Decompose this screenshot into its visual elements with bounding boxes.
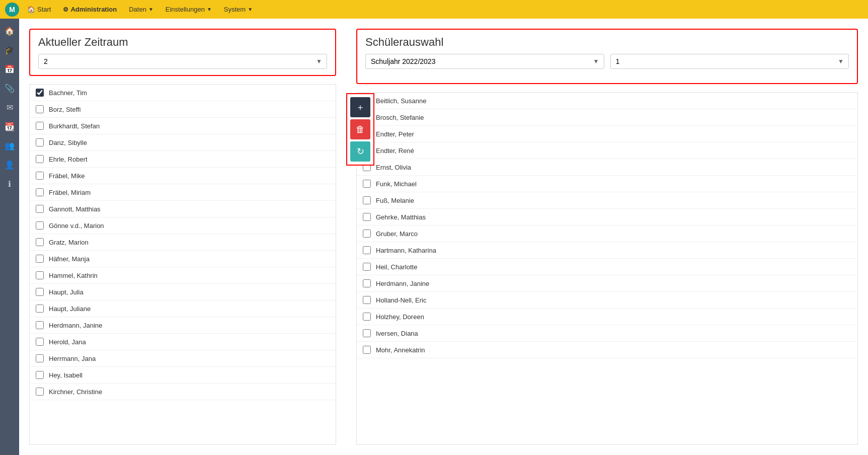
list-item[interactable]: Holzhey, Doreen — [357, 309, 857, 325]
list-item[interactable]: Danz, Sibylle — [30, 134, 336, 151]
student-checkbox[interactable] — [36, 155, 44, 163]
list-item[interactable]: Borz, Steffi — [30, 101, 336, 118]
student-checkbox[interactable] — [36, 354, 44, 362]
student-checkbox[interactable] — [363, 313, 371, 321]
list-item[interactable]: Herdmann, Janine — [30, 317, 336, 334]
student-checkbox[interactable] — [363, 263, 371, 271]
student-checkbox[interactable] — [36, 238, 44, 246]
period-select-wrapper: 1 2 3 4 ▼ — [38, 54, 327, 69]
list-item[interactable]: Mohr, Annekatrin — [357, 342, 857, 358]
student-name: Fräbel, Miriam — [49, 189, 91, 196]
current-period-title: Aktueller Zeitraum — [38, 36, 327, 49]
schuelerauswahl-title: Schülerauswahl — [365, 36, 849, 49]
nav-start[interactable]: 🏠 Start — [23, 4, 55, 15]
list-item[interactable]: Endter, Peter — [357, 126, 857, 142]
sidebar-item-calendar2[interactable]: 📆 — [2, 118, 18, 134]
list-item[interactable]: Burkhardt, Stefan — [30, 118, 336, 134]
list-item[interactable]: Haupt, Juliane — [30, 300, 336, 317]
student-checkbox[interactable] — [36, 172, 44, 180]
sidebar-item-calendar[interactable]: 📅 — [2, 61, 18, 77]
student-name: Holland-Nell, Eric — [376, 296, 426, 304]
add-button[interactable]: ＋ — [350, 97, 370, 117]
gear-nav-icon: ⚙ — [63, 6, 68, 13]
list-item[interactable]: Ehrle, Robert — [30, 151, 336, 168]
student-checkbox[interactable] — [363, 246, 371, 254]
list-item[interactable]: Ernst, Olivia — [357, 159, 857, 176]
sidebar-item-paperclip[interactable]: 📎 — [2, 80, 18, 96]
nav-system[interactable]: System ▼ — [220, 4, 257, 15]
student-checkbox[interactable] — [363, 213, 371, 221]
list-item[interactable]: Bachner, Tim — [30, 85, 336, 101]
delete-button[interactable]: 🗑 — [350, 119, 370, 139]
list-item[interactable]: Hammel, Kathrin — [30, 267, 336, 284]
student-checkbox[interactable] — [363, 346, 371, 354]
refresh-button[interactable]: ↻ — [350, 141, 370, 162]
list-item[interactable]: Hartmann, Katharina — [357, 242, 857, 259]
list-item[interactable]: Fräbel, Mike — [30, 168, 336, 184]
student-checkbox[interactable] — [363, 196, 371, 204]
student-name: Herdmann, Janine — [376, 280, 429, 287]
nav-daten[interactable]: Daten ▼ — [125, 4, 157, 15]
student-name: Gönne v.d., Marion — [49, 222, 104, 230]
student-name: Ernst, Olivia — [376, 164, 411, 171]
student-checkbox[interactable] — [36, 122, 44, 130]
sidebar-item-graduation[interactable]: 🎓 — [2, 42, 18, 58]
student-checkbox[interactable] — [36, 255, 44, 263]
schuljahr-select[interactable]: Schuljahr 2022/2023 Schuljahr 2021/2022 — [365, 54, 604, 69]
list-item[interactable]: Haupt, Julia — [30, 284, 336, 300]
list-item[interactable]: Gannott, Matthias — [30, 201, 336, 217]
list-item[interactable]: Hey, Isabell — [30, 367, 336, 384]
student-checkbox[interactable] — [363, 180, 371, 188]
student-checkbox[interactable] — [36, 288, 44, 296]
student-checkbox[interactable] — [363, 296, 371, 304]
sidebar-item-person[interactable]: 👤 — [2, 157, 18, 173]
list-item[interactable]: Fuß, Melanie — [357, 192, 857, 209]
student-name: Hartmann, Katharina — [376, 247, 436, 254]
student-checkbox[interactable] — [36, 138, 44, 146]
list-item[interactable]: Iversen, Diana — [357, 325, 857, 342]
student-checkbox[interactable] — [36, 89, 44, 97]
list-item[interactable]: Gratz, Marion — [30, 234, 336, 251]
list-item[interactable]: Holland-Nell, Eric — [357, 292, 857, 309]
list-item[interactable]: Herrmann, Jana — [30, 350, 336, 367]
nav-administration[interactable]: ⚙ Administration — [59, 4, 121, 15]
list-item[interactable]: Häfner, Manja — [30, 251, 336, 267]
schuelerauswahl-box: Schülerauswahl Schuljahr 2022/2023 Schul… — [356, 29, 858, 84]
nav-einstellungen[interactable]: Einstellungen ▼ — [162, 4, 216, 15]
student-checkbox[interactable] — [36, 305, 44, 313]
list-item[interactable]: Fräbel, Miriam — [30, 184, 336, 201]
student-checkbox[interactable] — [36, 188, 44, 196]
sidebar-item-mail[interactable]: ✉ — [2, 99, 18, 115]
student-checkbox[interactable] — [36, 338, 44, 346]
list-item[interactable]: Heil, Charlotte — [357, 259, 857, 275]
list-item[interactable]: Funk, Michael — [357, 176, 857, 192]
student-checkbox[interactable] — [36, 221, 44, 230]
list-item[interactable]: Beitlich, Susanne — [357, 93, 857, 109]
sidebar-item-users[interactable]: 👥 — [2, 137, 18, 154]
left-student-list: Bachner, TimBorz, SteffiBurkhardt, Stefa… — [29, 84, 336, 445]
list-item[interactable]: Gehrke, Matthias — [357, 209, 857, 225]
student-checkbox[interactable] — [36, 105, 44, 113]
student-checkbox[interactable] — [363, 329, 371, 337]
class-select[interactable]: 1 2 3 4 5 6 7 8 9 10 — [610, 54, 849, 69]
sidebar-item-home[interactable]: 🏠 — [2, 23, 18, 39]
student-checkbox[interactable] — [363, 279, 371, 287]
student-checkbox[interactable] — [36, 388, 44, 396]
list-item[interactable]: Kirchner, Christine — [30, 384, 336, 400]
list-item[interactable]: Herold, Jana — [30, 334, 336, 350]
sidebar-item-info[interactable]: ℹ — [2, 176, 18, 192]
student-checkbox[interactable] — [36, 321, 44, 329]
period-select[interactable]: 1 2 3 4 — [38, 54, 327, 69]
student-checkbox[interactable] — [36, 271, 44, 279]
list-item[interactable]: Brosch, Stefanie — [357, 109, 857, 126]
list-item[interactable]: Gönne v.d., Marion — [30, 217, 336, 234]
student-name: Herrmann, Jana — [49, 355, 96, 362]
student-checkbox[interactable] — [36, 371, 44, 379]
list-item[interactable]: Herdmann, Janine — [357, 275, 857, 292]
list-item[interactable]: Endter, René — [357, 142, 857, 159]
student-checkbox[interactable] — [36, 205, 44, 213]
list-item[interactable]: Gruber, Marco — [357, 225, 857, 242]
app-logo[interactable]: M — [5, 3, 19, 17]
student-checkbox[interactable] — [363, 230, 371, 238]
navbar: M 🏠 Start ⚙ Administration Daten ▼ Einst… — [0, 0, 868, 19]
